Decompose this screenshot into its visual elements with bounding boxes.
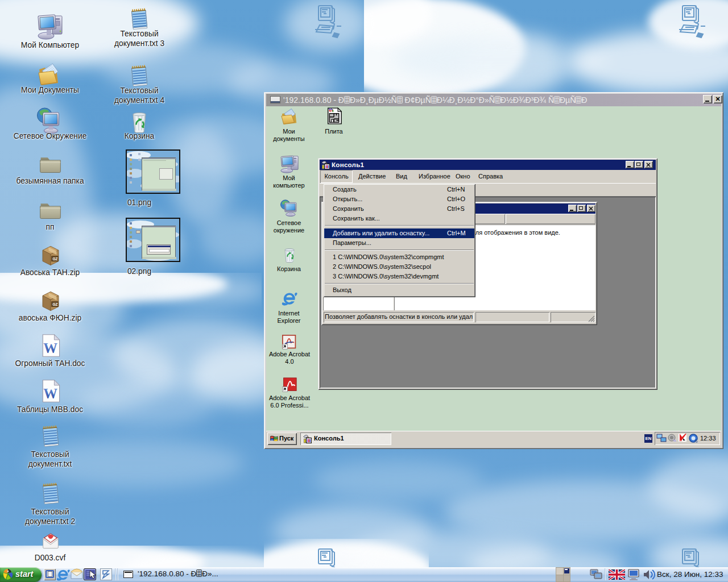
svg-text:82: 82 bbox=[398, 99, 402, 103]
svg-text:8C: 8C bbox=[496, 99, 500, 103]
svg-text:81: 81 bbox=[555, 99, 559, 103]
svg-text:9A: 9A bbox=[345, 99, 349, 103]
svg-text:80: 80 bbox=[432, 99, 436, 103]
svg-text:80: 80 bbox=[577, 99, 581, 103]
svg-text:9A: 9A bbox=[197, 573, 201, 577]
